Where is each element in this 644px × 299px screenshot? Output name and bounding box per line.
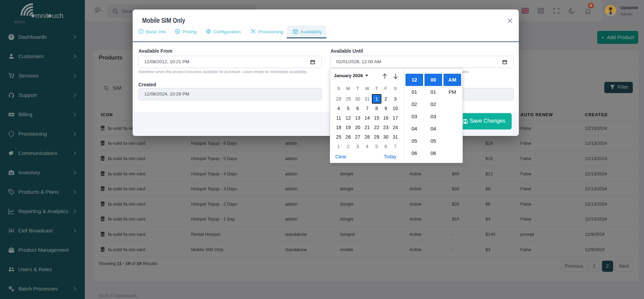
svg-text:mnit: mnit	[35, 12, 49, 19]
svg-text:uch: uch	[52, 12, 63, 19]
svg-text:$: $	[177, 30, 179, 33]
svg-text:A: A	[10, 229, 13, 233]
